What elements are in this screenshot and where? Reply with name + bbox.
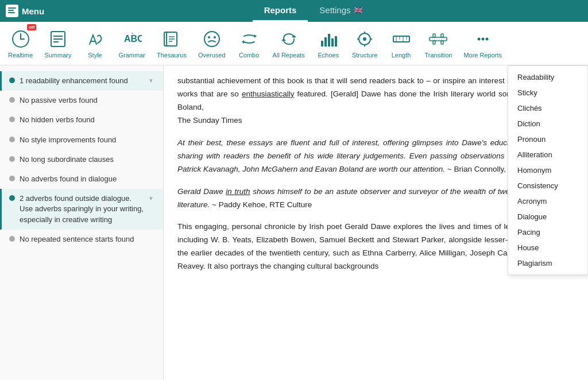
left-panel: 1 readability enhancement found ▼ No pas…: [0, 65, 164, 380]
tool-transition[interactable]: Transition: [419, 22, 458, 65]
dropdown-item-alliteration[interactable]: Alliteration: [508, 147, 587, 162]
dropdown-item-sticky[interactable]: Sticky: [508, 85, 587, 100]
overused-icon: [202, 29, 222, 49]
all-repeats-icon: [278, 29, 299, 49]
all-repeats-label: All Repeats: [273, 52, 305, 59]
dropdown-item-homonym[interactable]: Homonym: [508, 162, 587, 178]
transition-label: Transition: [425, 52, 452, 59]
menu-label: Menu: [22, 6, 44, 16]
grammar-label: Grammar: [118, 52, 145, 59]
tool-realtime[interactable]: off Realtime: [2, 22, 38, 65]
tab-settings[interactable]: Settings 🇬🇧: [308, 0, 374, 22]
dropdown-item-readability[interactable]: Readability: [508, 69, 587, 85]
toolbar: off Realtime Summary S: [0, 22, 588, 65]
tool-grammar[interactable]: ABC ̌ Grammar: [113, 22, 150, 65]
thesaurus-icon: [161, 29, 182, 49]
dropdown-item-diction[interactable]: Diction: [508, 116, 587, 131]
tool-combo[interactable]: Combo: [231, 22, 267, 65]
check-text-adverbs-outside: 2 adverbs found outside dialogue. Use ad…: [20, 193, 144, 225]
svg-point-48: [485, 37, 488, 40]
structure-label: Structure: [352, 52, 378, 59]
svg-marker-21: [242, 40, 244, 44]
check-item-style: No style improvements found: [0, 130, 163, 150]
dot-adverbs-dialogue: [9, 176, 15, 181]
realtime-icon: [10, 29, 31, 49]
main-layout: 1 readability enhancement found ▼ No pas…: [0, 65, 588, 380]
check-text-adverbs-dialogue: No adverbs found in dialogue: [20, 174, 154, 184]
dot-hidden: [9, 117, 15, 122]
svg-point-17: [204, 32, 219, 46]
overused-label: Overused: [198, 52, 226, 59]
svg-marker-20: [254, 34, 257, 38]
svg-rect-0: [8, 7, 16, 9]
combo-icon: [239, 29, 260, 49]
summary-icon: [48, 29, 68, 49]
realtime-badge: off: [27, 24, 36, 30]
dropdown-item-acronym[interactable]: Acronym: [508, 193, 587, 209]
tool-overused[interactable]: Overused: [192, 22, 231, 65]
dot-readability: [9, 77, 15, 83]
dropdown-item-house[interactable]: House: [508, 240, 587, 255]
dropdown-item-consistency[interactable]: Consistency: [508, 178, 587, 193]
arrow-readability: ▼: [148, 77, 154, 84]
check-item-long-clauses: No long subordinate clauses: [0, 150, 163, 169]
svg-rect-35: [393, 36, 409, 42]
check-text-long-clauses: No long subordinate clauses: [20, 154, 154, 165]
svg-point-19: [214, 36, 216, 38]
thesaurus-label: Thesaurus: [157, 52, 187, 59]
tool-thesaurus[interactable]: Thesaurus: [151, 22, 192, 65]
style-label: Style: [88, 52, 102, 59]
dropdown-item-pronoun[interactable]: Pronoun: [508, 131, 587, 147]
length-label: Length: [392, 52, 411, 59]
svg-rect-28: [335, 36, 337, 46]
dropdown-item-dialogue[interactable]: Dialogue: [508, 209, 587, 224]
tool-structure[interactable]: Structure: [346, 22, 384, 65]
svg-rect-44: [433, 41, 435, 44]
tool-style[interactable]: Style: [77, 22, 113, 65]
more-reports-label: More Reports: [463, 52, 502, 59]
svg-text:ABC: ABC: [124, 34, 142, 44]
svg-rect-42: [433, 34, 435, 37]
menu-area[interactable]: Menu: [6, 5, 44, 17]
svg-marker-23: [281, 38, 286, 41]
tab-reports[interactable]: Reports: [253, 0, 308, 22]
echoes-label: Echoes: [318, 52, 339, 59]
dot-passive: [9, 97, 15, 103]
dot-adverbs-outside: [9, 195, 15, 201]
realtime-label: Realtime: [8, 52, 33, 59]
dot-sentence-starts: [9, 236, 15, 242]
dropdown-panel: Readability Sticky Clichés Diction Prono…: [508, 65, 588, 275]
check-text-passive: No passive verbs found: [20, 95, 154, 106]
tool-more-reports[interactable]: More Reports: [458, 22, 508, 65]
check-item-adverbs-outside[interactable]: 2 adverbs found outside dialogue. Use ad…: [0, 189, 163, 230]
svg-point-47: [481, 37, 484, 40]
check-item-adverbs-dialogue: No adverbs found in dialogue: [0, 169, 163, 189]
dot-style: [9, 137, 15, 142]
svg-rect-43: [441, 34, 443, 37]
top-tabs: Reports Settings 🇬🇧: [253, 0, 374, 22]
combo-label: Combo: [239, 52, 259, 59]
dot-long-clauses: [9, 156, 15, 162]
dropdown-item-pacing[interactable]: Pacing: [508, 224, 587, 240]
highlighted-word-enthusiastically: enthusiastically: [242, 90, 295, 98]
tool-length[interactable]: Length: [384, 22, 419, 65]
tool-echoes[interactable]: Echoes: [311, 22, 346, 65]
dropdown-item-cliches[interactable]: Clichés: [508, 100, 587, 116]
transition-icon: [428, 29, 448, 49]
structure-icon: [354, 29, 375, 49]
echoes-icon: [318, 29, 339, 49]
tool-all-repeats[interactable]: All Repeats: [267, 22, 311, 65]
check-text-hidden: No hidden verbs found: [20, 115, 154, 125]
menu-logo: [6, 5, 18, 17]
check-item-readability[interactable]: 1 readability enhancement found ▼: [0, 71, 163, 91]
check-text-style: No style improvements found: [20, 135, 154, 145]
style-icon: [84, 29, 105, 49]
check-item-hidden: No hidden verbs found: [0, 110, 163, 130]
svg-point-46: [477, 37, 480, 40]
dropdown-item-plagiarism[interactable]: Plagiarism: [508, 255, 587, 271]
top-nav: Menu Reports Settings 🇬🇧: [0, 0, 588, 22]
svg-rect-25: [324, 37, 327, 46]
summary-label: Summary: [44, 52, 71, 59]
tool-summary[interactable]: Summary: [38, 22, 77, 65]
flag-icon: 🇬🇧: [354, 6, 363, 14]
